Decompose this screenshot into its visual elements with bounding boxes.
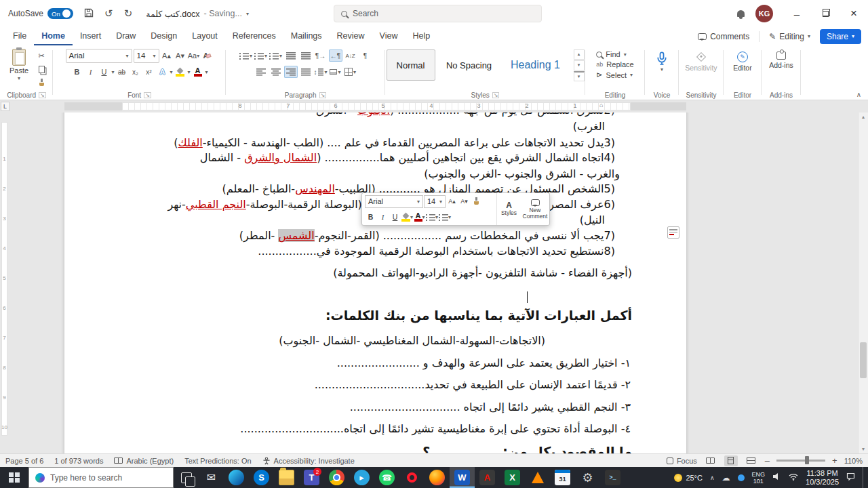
restore-button[interactable] [811, 0, 840, 27]
collapse-ribbon-button[interactable]: ∧ [856, 91, 861, 98]
taskbar-word-button[interactable]: W [450, 467, 475, 488]
undo-button[interactable]: ↺ [104, 7, 113, 20]
tab-file[interactable]: File [5, 27, 34, 45]
taskbar-settings-button[interactable]: ⚙ [575, 467, 600, 488]
indent-marker-icon[interactable]: ⌂ [599, 102, 603, 108]
mini-styles-button[interactable]: A Styles [497, 193, 521, 225]
dialog-launcher-icon[interactable]: ↘ [492, 92, 500, 98]
mini-font-name-combo[interactable]: Arial▾ [365, 195, 423, 208]
numbering-button[interactable]: ▾ [254, 49, 268, 62]
language-indicator[interactable]: ENG101 [752, 471, 766, 485]
doc-line[interactable]: ٢- قديمًا اعتمد الإنسان على الطبيعة في ت… [315, 378, 631, 392]
gallery-up-button[interactable]: ▴ [574, 49, 585, 60]
accessibility-status[interactable]: Accessibility: Investigate [262, 457, 355, 465]
mini-grow-font-button[interactable]: A▴ [446, 195, 458, 207]
zoom-slider-thumb[interactable] [805, 456, 809, 464]
zoom-in-button[interactable]: + [832, 455, 837, 466]
taskbar-calendar-button[interactable]: 31 [550, 467, 575, 488]
document-title[interactable]: كتب كلمة.docx - Saving... ▾ [146, 9, 249, 19]
taskbar-telegram-button[interactable]: ▸ [349, 467, 374, 488]
multilevel-list-button[interactable]: ▾ [269, 49, 283, 62]
style-heading-1[interactable]: Heading 1 [503, 49, 568, 81]
gallery-down-button[interactable]: ▾ [574, 60, 585, 70]
scroll-down-arrow[interactable]: ▾ [859, 446, 868, 452]
font-name-combo[interactable]: Arial▾ [66, 49, 132, 63]
mini-italic-button[interactable]: I [377, 211, 389, 223]
document-page[interactable]: 2) تشرق الشمس كل يوم من جهة ............… [64, 113, 686, 453]
comments-button[interactable]: Comments [698, 32, 749, 41]
taskbar-mail-button[interactable]: ✉ [199, 467, 224, 488]
tab-draw[interactable]: Draw [108, 27, 143, 45]
align-left-button[interactable] [254, 66, 268, 78]
mini-font-size-combo[interactable]: 14▾ [424, 195, 446, 208]
doc-line[interactable]: 2) تشرق الشمس كل يوم من جهة ............… [309, 113, 618, 118]
subscript-button[interactable]: x₂ [129, 66, 141, 78]
tab-selector[interactable]: L [1, 102, 9, 111]
dictate-button[interactable]: ▾ [656, 47, 668, 73]
chevron-down-icon[interactable]: ▾ [188, 69, 191, 75]
zoom-slider[interactable] [776, 460, 825, 462]
mini-highlight-button[interactable]: ▾ [401, 211, 413, 223]
text-effects-button[interactable]: A [156, 66, 168, 78]
action-center-icon[interactable] [846, 472, 855, 483]
doc-line[interactable]: الغرب) [573, 119, 605, 134]
minimize-button[interactable]: – [783, 0, 811, 27]
taskbar-skype-button[interactable]: S [249, 467, 274, 488]
mini-new-comment-button[interactable]: New Comment [521, 193, 549, 225]
taskbar-acrobat-button[interactable]: A [475, 467, 500, 488]
tab-layout[interactable]: Layout [184, 27, 225, 45]
taskbar-opera-button[interactable] [399, 467, 425, 488]
tab-help[interactable]: Help [405, 27, 437, 45]
mini-shrink-font-button[interactable]: A▾ [458, 195, 470, 207]
taskbar-search[interactable]: Type here to search [28, 467, 174, 488]
doc-line[interactable]: والغرب - الشرق والجنوب -الغرب والجنوب) [424, 167, 620, 182]
mini-format-painter-button[interactable] [471, 195, 482, 207]
taskbar-edge-button[interactable] [224, 467, 249, 488]
doc-line[interactable]: ما المقصود بكل من: ............. ؟ [422, 444, 632, 453]
search-box[interactable]: Search [334, 5, 542, 22]
mini-bold-button[interactable]: B [365, 211, 376, 223]
bullets-button[interactable]: ▾ [239, 49, 253, 62]
volume-icon[interactable] [772, 472, 781, 483]
sensitivity-button[interactable]: Sensitivity [685, 47, 717, 72]
tab-home[interactable]: Home [34, 27, 73, 45]
doc-line[interactable]: (الاتجاهات-السهولة-الشمال المغناطيسي -ال… [279, 333, 545, 348]
doc-line[interactable]: (أجهزة الفضاء - شاشة التلفزيون -أجهزة ال… [333, 266, 632, 281]
taskbar-task-view-button[interactable] [174, 467, 199, 488]
notifications-bell-icon[interactable] [737, 10, 745, 17]
autosave-control[interactable]: AutoSave On [8, 8, 73, 19]
tab-insert[interactable]: Insert [73, 27, 108, 45]
clear-formatting-button[interactable]: A [201, 49, 214, 62]
dialog-launcher-icon[interactable]: ↘ [39, 92, 46, 98]
taskbar-terminal-button[interactable]: >_ [600, 467, 625, 488]
vertical-ruler[interactable]: 12345678910 [0, 113, 9, 453]
mini-bullets-button[interactable]: ▾ [426, 211, 438, 223]
doc-line[interactable]: 4) اتجاه الشمال الشرقي يقع بين اتجاهين أ… [200, 150, 618, 165]
chevron-down-icon[interactable]: ▾ [205, 69, 208, 75]
bold-button[interactable]: B [71, 66, 83, 78]
chevron-down-icon[interactable]: ▾ [170, 69, 172, 75]
shading-button[interactable]: ▾ [329, 66, 342, 78]
start-button[interactable] [0, 467, 28, 488]
tab-design[interactable]: Design [143, 27, 184, 45]
doc-line[interactable]: 8) نستطيع تحديد الاتجاهات باستخدام البوص… [258, 244, 618, 259]
autosave-toggle[interactable]: On [47, 8, 73, 19]
italic-button[interactable]: I [84, 66, 96, 78]
taskbar-teams-button[interactable]: T2 [299, 467, 324, 488]
zoom-out-button[interactable]: – [765, 455, 770, 466]
network-icon[interactable] [789, 473, 798, 483]
style-normal[interactable]: Normal [387, 49, 435, 81]
proofing-language[interactable]: Arabic (Egypt) [114, 457, 174, 465]
taskbar-file-explorer-button[interactable] [274, 467, 299, 488]
onedrive-cloud-icon[interactable]: ☁ [722, 473, 730, 483]
taskbar-weather[interactable]: 25°C [674, 474, 703, 482]
doc-line[interactable]: ١- اختيار الطريق يعتمد على السرعة والهدف… [337, 356, 631, 371]
user-avatar[interactable]: KG [755, 5, 773, 22]
scrollbar-thumb[interactable] [860, 342, 867, 378]
borders-button[interactable]: ▾ [344, 66, 357, 78]
word-count[interactable]: 1 of 973 words [54, 457, 103, 465]
highlight-button[interactable] [174, 66, 186, 78]
close-button[interactable]: × [840, 0, 868, 27]
taskbar-clock[interactable]: 11:38 PM10/3/2025 [806, 469, 839, 487]
tray-expand-icon[interactable]: ∧ [710, 474, 715, 481]
